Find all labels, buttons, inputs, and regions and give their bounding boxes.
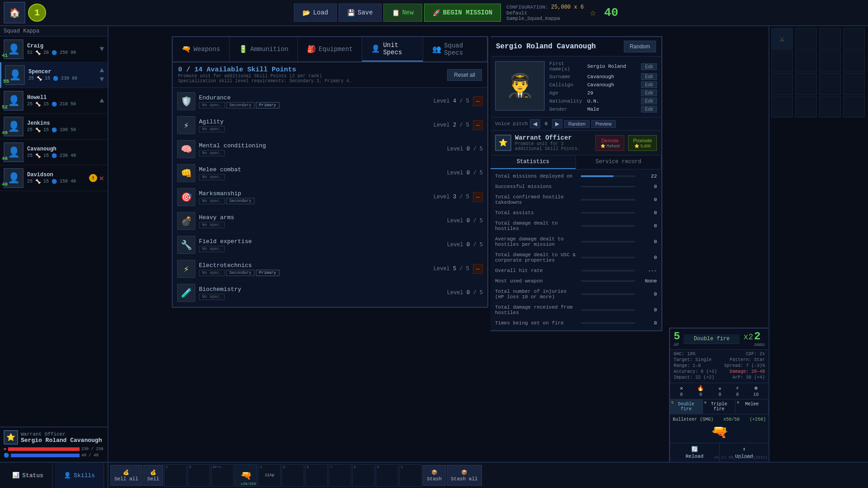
voice-prev-button[interactable]: ◀ bbox=[530, 119, 540, 128]
inv-slot-8[interactable]: 8 bbox=[352, 464, 375, 487]
squad-member-davidson[interactable]: 👤 Davidson 25 🦴 15 🔵 150 40 40 ! ✕ bbox=[0, 165, 108, 191]
stash-all-button[interactable]: 📦 Stash all bbox=[447, 465, 481, 486]
endurance-minus-button[interactable]: — bbox=[473, 96, 483, 106]
squad-label: Squad Kappa bbox=[0, 26, 108, 37]
stash-slot-10[interactable] bbox=[819, 73, 841, 95]
spencer-up-arrow[interactable]: ▲ bbox=[99, 66, 104, 75]
field-expertise-icon: 🔧 bbox=[177, 236, 195, 254]
stash-slot-2[interactable] bbox=[819, 28, 841, 50]
demote-button[interactable]: Demote ⭐ Refund bbox=[595, 135, 625, 151]
stash-slot-0[interactable]: ⚔️ bbox=[771, 28, 793, 50]
reload-button[interactable]: 🔄 Reload bbox=[670, 443, 720, 462]
squad-member-howell[interactable]: 👤 Howell 25 🦴 15 🔵 210 50 52 ▲ bbox=[0, 88, 108, 114]
stash-slot-8[interactable] bbox=[771, 73, 793, 95]
inv-slot-0[interactable]: X bbox=[164, 464, 187, 487]
edit-age-button[interactable]: Edit bbox=[641, 89, 657, 96]
mental-icon: 🧠 bbox=[177, 140, 195, 158]
stash-slot-9[interactable] bbox=[795, 73, 817, 95]
agility-minus-button[interactable]: — bbox=[473, 120, 483, 130]
fire-mode-triple[interactable]: 8 Triple fire bbox=[703, 399, 736, 414]
stats-row-damage-received: Total damage received from hostiles 0 bbox=[491, 302, 661, 318]
howell-arrows[interactable]: ▲ bbox=[99, 97, 104, 105]
save-button[interactable]: 💾 Save bbox=[339, 4, 382, 22]
reset-all-button[interactable]: Reset all bbox=[447, 69, 482, 81]
stats-tabs: Statistics Service record bbox=[491, 155, 661, 169]
begin-mission-button[interactable]: 🚀 BEGIN MISSION bbox=[424, 4, 501, 22]
edit-nationality-button[interactable]: Edit bbox=[641, 98, 657, 104]
edit-surname-button[interactable]: Edit bbox=[641, 73, 657, 80]
load-button[interactable]: 📂 Load bbox=[294, 4, 337, 22]
fire-mode-double[interactable]: 5 Double fire bbox=[670, 399, 703, 414]
craig-arrows[interactable]: ▼ bbox=[99, 45, 104, 53]
random-button[interactable]: Random bbox=[624, 41, 656, 52]
stash-slot-5[interactable] bbox=[795, 51, 817, 72]
tab-weapons[interactable]: 🔫 Weapons bbox=[173, 37, 230, 61]
inv-slot-7[interactable]: 7 bbox=[329, 464, 351, 487]
skill-row-melee: 👊 Melee combat No spec. Level 0 / 5 bbox=[173, 161, 487, 185]
skills-nav-button[interactable]: 👤 Skills bbox=[55, 463, 104, 488]
inv-slot-2[interactable]: AP+1 bbox=[211, 464, 234, 487]
unit-bars: ❤️ 230 / 230 🔵 40 / 40 bbox=[4, 446, 104, 458]
edit-firstname-button[interactable]: Edit bbox=[641, 63, 657, 70]
stash-slot-4[interactable] bbox=[771, 51, 793, 72]
stash-slot-15[interactable] bbox=[843, 96, 865, 117]
load-icon: 📂 bbox=[302, 9, 310, 17]
sell-all-inv-button[interactable]: 💰 Sell all bbox=[110, 465, 142, 486]
inv-slot-9[interactable]: 9 bbox=[376, 464, 398, 487]
agility-icon: ⚡ bbox=[177, 116, 195, 134]
remove-icon[interactable]: ✕ bbox=[99, 173, 104, 183]
stash-slot-7[interactable] bbox=[843, 51, 865, 72]
inv-slot-6[interactable]: 6 bbox=[305, 464, 328, 487]
inv-slot-1[interactable]: 0 bbox=[188, 464, 210, 487]
marksmanship-minus-button[interactable]: — bbox=[473, 192, 483, 202]
rank-icon: ⭐ bbox=[495, 135, 511, 151]
skill-row-electrotechnics: ⚡ Electrotechnics No spec. Secondary Pri… bbox=[173, 257, 487, 281]
tab-service-record[interactable]: Service record bbox=[576, 155, 661, 169]
inv-slot-10[interactable]: S bbox=[399, 464, 422, 487]
inv-slot-5[interactable]: 5 bbox=[282, 464, 304, 487]
sell-inv-button[interactable]: 💰 Sell bbox=[143, 465, 163, 486]
stash-slot-13[interactable] bbox=[795, 96, 817, 117]
squad-member-jenkins[interactable]: 👤 Jenkins 25 🦴 15 🔵 190 50 49 bbox=[0, 114, 108, 140]
edit-callsign-button[interactable]: Edit bbox=[641, 81, 657, 88]
stash-slot-11[interactable] bbox=[843, 73, 865, 95]
skills-icon: 👤 bbox=[64, 472, 71, 479]
stash-button[interactable]: 📦 Stash bbox=[423, 465, 446, 486]
electrotechnics-minus-button[interactable]: — bbox=[473, 264, 483, 274]
voice-next-button[interactable]: ▶ bbox=[552, 119, 562, 128]
portrait-box: 👨‍✈️ bbox=[495, 61, 545, 111]
howell-up-arrow[interactable]: ▲ bbox=[99, 97, 104, 105]
squad-member-craig[interactable]: 👤 Craig 52 🦴 28 🔵 250 90 41 ▼ bbox=[0, 37, 108, 62]
spencer-down-arrow[interactable]: ▼ bbox=[99, 75, 104, 84]
skill-row-marksmanship: 🎯 Marksmanship No spec. Secondary Level … bbox=[173, 185, 487, 209]
bio-res-icon: ☣️ bbox=[718, 385, 722, 392]
stash-slot-1[interactable] bbox=[795, 28, 817, 50]
squad-member-cavanough[interactable]: 👤 Cavanough 25 🦴 15 🔵 230 40 46 bbox=[0, 140, 108, 165]
edit-gender-button[interactable]: Edit bbox=[641, 106, 657, 113]
tab-squad-specs[interactable]: 👥 Squad Specs bbox=[423, 37, 487, 61]
inv-slot-3[interactable]: 🔫 x28/250 bbox=[235, 464, 257, 487]
voice-preview-button[interactable]: Preview bbox=[591, 120, 616, 128]
status-nav-button[interactable]: 📊 Status bbox=[4, 463, 52, 488]
stash-slot-6[interactable] bbox=[819, 51, 841, 72]
promote-button[interactable]: Promote ⭐ 5,000 bbox=[628, 135, 657, 151]
stash-slot-14[interactable] bbox=[819, 96, 841, 117]
spencer-arrows[interactable]: ▲ ▼ bbox=[99, 66, 104, 84]
tab-statistics[interactable]: Statistics bbox=[491, 155, 576, 169]
back-icon[interactable]: 🏠 bbox=[4, 2, 25, 23]
fire-mode-melee[interactable]: 6 Melee bbox=[736, 399, 769, 414]
craig-down-arrow[interactable]: ▼ bbox=[99, 45, 104, 53]
tab-ammunition[interactable]: 🔋 Ammunition bbox=[230, 37, 298, 61]
tab-equipment[interactable]: 🎒 Equipment bbox=[298, 37, 363, 61]
rank-area: ⭐ Warrant Officer Promote unit for 2 add… bbox=[491, 131, 661, 155]
tab-unit-specs[interactable]: 👤 Unit Specs bbox=[362, 37, 423, 61]
new-button[interactable]: 📋 New bbox=[383, 4, 422, 22]
stash-slot-12[interactable] bbox=[771, 96, 793, 117]
favorite-button[interactable]: ☆ bbox=[585, 7, 600, 19]
voice-random-button[interactable]: Random bbox=[564, 120, 590, 128]
voice-pitch-row: Voice pitch ◀ 0 ▶ Random Preview bbox=[491, 117, 661, 131]
squad-member-spencer[interactable]: 👤 Spencer 25 🦴 15 🔵 230 80 55 ▲ ▼ bbox=[0, 62, 108, 88]
stash-slot-3[interactable] bbox=[843, 28, 865, 50]
hp-bar-row: ❤️ 230 / 230 bbox=[4, 446, 104, 452]
inv-slot-4[interactable]: 4 12Ap bbox=[258, 464, 281, 487]
